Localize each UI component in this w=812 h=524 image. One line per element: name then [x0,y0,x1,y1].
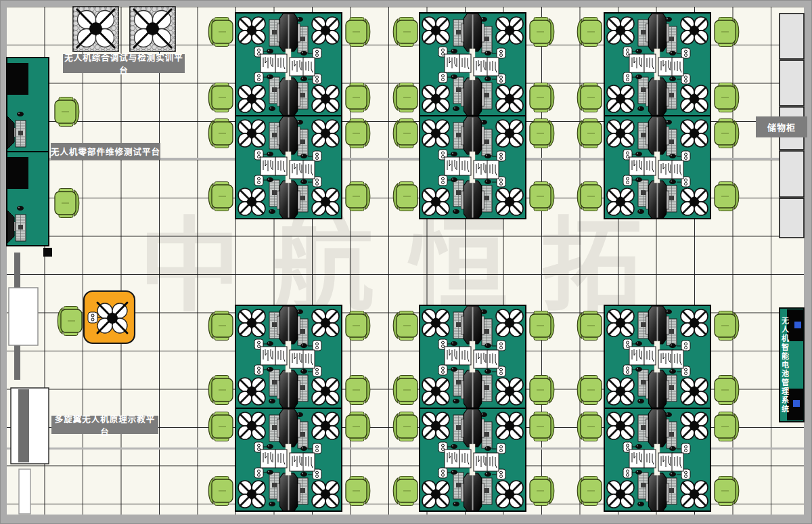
demo-platform [84,291,135,343]
floor-plan-canvas: 中航恒拓 [0,0,812,524]
chair [393,182,418,211]
chair [55,97,79,127]
chair [577,83,602,112]
label-storage-cabinet: 储物柜 [756,116,807,137]
chair [208,311,233,341]
chair [208,376,233,405]
wall-workbench [7,58,49,152]
door-leaf [19,469,30,514]
chair [530,311,554,341]
label-demo-platform: 多旋翼无人机原理示教平台 [51,416,158,434]
chair [208,182,233,211]
chair [208,18,233,47]
drone-test-cage [130,7,175,51]
floorplan-svg [0,0,812,524]
workbench-module [235,13,342,116]
drone-test-cage [73,7,118,51]
workbench-module [604,13,710,116]
chair [715,18,739,47]
chair [346,119,370,148]
chair [715,376,739,405]
chair [530,119,554,148]
workbench-module [420,408,526,511]
chair [208,477,233,506]
chair [208,83,233,112]
cabinet-bar [18,389,29,462]
chair [58,307,82,336]
workbench-module [235,116,342,219]
workbench-module [235,408,342,511]
workbench-module [420,116,526,219]
storage-cabinet [780,14,804,59]
chair [346,412,370,441]
chair [393,311,418,341]
label-repair-platform: 无人机零部件维修测试平台 [51,143,160,160]
chair [393,477,418,506]
chair [393,83,418,112]
chair [715,83,739,112]
chair [346,376,370,405]
cabinet-white [11,388,49,464]
storage-cabinet [780,151,804,197]
workbench-module [604,305,710,408]
chair [530,18,554,47]
workbench-module [420,13,526,116]
workbench-module [235,305,342,408]
workbench-module [604,408,710,511]
chair [530,376,554,405]
chair [530,182,554,211]
chair [577,18,602,47]
storage-cabinet [780,198,804,238]
chair [346,18,370,47]
chair [715,119,739,148]
storage-cabinet [780,60,804,106]
chair [715,477,739,506]
chair [577,311,602,341]
chair [346,477,370,506]
chair [393,119,418,148]
chair [208,119,233,148]
chair [393,412,418,441]
chair [715,182,739,211]
chair [577,376,602,405]
chair [577,412,602,441]
workbench-module [420,305,526,408]
chair [577,182,602,211]
chair [208,412,233,441]
side-table [9,288,38,345]
chair [55,189,79,218]
label-cage-platform: 无人机综合调试与检测实训平台 [63,54,185,73]
chair [346,311,370,341]
label-battery-system: 无人机智能电池管理系统 [780,309,790,420]
chair [577,477,602,506]
chair [393,376,418,405]
chair [530,477,554,506]
chair [715,311,739,341]
chair [346,182,370,211]
chair [530,412,554,441]
chair [577,119,602,148]
chair [715,412,739,441]
chair [346,83,370,112]
wall-workbench [7,152,49,246]
equipment-box [43,248,52,257]
chair [393,18,418,47]
chair [530,83,554,112]
workbench-module [604,116,710,219]
